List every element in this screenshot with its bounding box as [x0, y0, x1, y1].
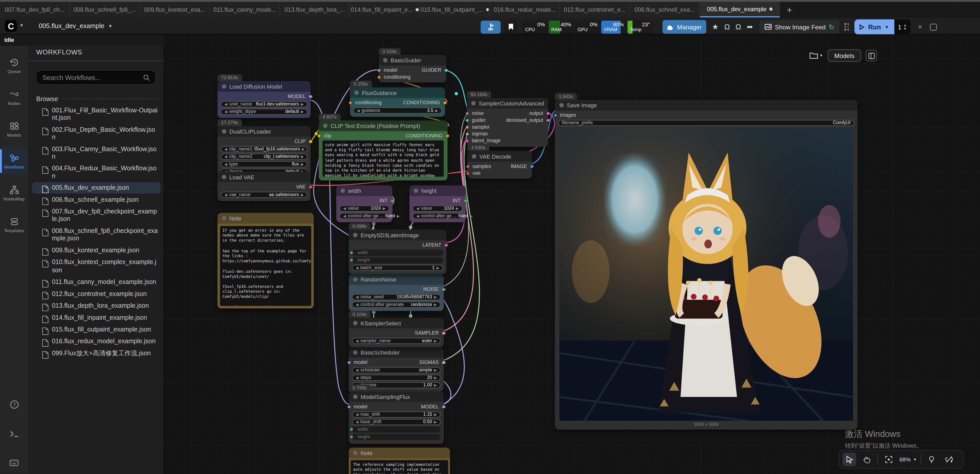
widget-base-shift[interactable]: ◀base_shift0.50▶	[352, 419, 441, 425]
chevron-down-icon[interactable]: ▼	[885, 25, 889, 29]
widget-batch-size[interactable]: ◀batch_size1▶	[352, 264, 443, 271]
widget-value[interactable]: ◀value1024▶	[412, 205, 463, 212]
tab-005-active[interactable]: 005.flux_dev_example	[700, 2, 780, 17]
batch-count-stepper[interactable]: 1 ▲▼	[894, 19, 910, 35]
bookmark-button[interactable]	[504, 20, 517, 33]
collapse-dot[interactable]	[222, 129, 226, 133]
tab-015[interactable]: 015.flux_fill_outpaint_...	[420, 2, 490, 17]
node-note[interactable]: Note If you get an error in any of the n…	[218, 213, 314, 309]
sidebar-item-workflows[interactable]: Workflows	[0, 147, 28, 175]
widget-type[interactable]: ◀typeflux▶	[221, 161, 307, 167]
height-input-port[interactable]	[350, 435, 353, 439]
tab-011[interactable]: 011.flux_canny_mode...	[210, 2, 280, 17]
note-text[interactable]: If you get an error in any of the nodes …	[220, 226, 311, 306]
widget-noise-seed[interactable]: ◀noise_seed19185458587763▶	[352, 294, 441, 300]
widget-clip-name1[interactable]: ◀clip_name1t5xxl_fp16.safetensors▶	[221, 146, 307, 152]
tab-016[interactable]: 016.flux_redux_mode...	[490, 2, 560, 17]
collapse-dot[interactable]	[353, 350, 358, 355]
clip-input-port[interactable]	[317, 134, 321, 137]
vae-input-port[interactable]	[466, 172, 469, 175]
model-input-port[interactable]	[347, 405, 350, 408]
terminal-button[interactable]	[0, 428, 28, 440]
collapse-dot[interactable]	[323, 124, 328, 128]
samples-input-port[interactable]	[466, 165, 469, 168]
tab-012[interactable]: 012.flux_controlnet_e...	[560, 2, 630, 17]
model-input-port[interactable]	[377, 68, 380, 72]
step-up-icon[interactable]: ▲	[903, 23, 907, 27]
widget-steps[interactable]: ◀steps20▶	[352, 374, 441, 381]
tab-013[interactable]: 013.flux_depth_lora_...	[280, 2, 350, 17]
workflow-list-item[interactable]: 004.Flux_Redux_Basic_Workflow.json	[32, 163, 161, 182]
output-port[interactable]	[546, 112, 550, 115]
node-load-diffusion-model[interactable]: 72.813s Load Diffusion Model MODEL ◀unet…	[218, 81, 311, 118]
model-output-port[interactable]	[309, 95, 312, 98]
widget-clip-name2[interactable]: ◀clip_name2clip_l.safetensors▶	[221, 153, 307, 160]
models-button[interactable]: Models	[827, 49, 861, 62]
workflow-list-item[interactable]: 007.flux_dev_fp8_checkpoint_example.json	[32, 206, 161, 225]
converted-input-width[interactable]: width	[352, 249, 443, 256]
resource-monitor-button[interactable]	[480, 20, 501, 33]
widget-control-after-generate[interactable]: ◀control after generaterandomize▶	[352, 301, 441, 308]
widget-weight-dtype[interactable]: ◀weight_dtypedefault▶	[221, 108, 307, 115]
model-input-port[interactable]	[347, 361, 350, 364]
toggle-theme-button[interactable]	[925, 453, 939, 466]
drag-handle[interactable]	[845, 23, 849, 30]
collapse-dot[interactable]	[222, 216, 226, 220]
search-input[interactable]	[36, 74, 143, 81]
collapse-dot[interactable]	[559, 103, 564, 107]
collapse-dot[interactable]	[414, 189, 418, 193]
arrow-left-icon[interactable]: ◀	[224, 102, 227, 106]
tab-006[interactable]: 006.flux_schnell_exa...	[630, 2, 700, 17]
arrow-right-icon[interactable]: ▶	[301, 102, 304, 106]
collapse-dot[interactable]	[340, 189, 345, 193]
zoom-level-dropdown[interactable]: 68%▼	[899, 457, 917, 463]
int-output-port[interactable]	[464, 199, 467, 202]
tab-009[interactable]: 009.flux_kontext_exa...	[140, 2, 210, 17]
sidebar-item-queue[interactable]: Queue	[0, 51, 28, 80]
star-icon[interactable]: ★	[712, 22, 718, 31]
sidebar-item-models[interactable]: Models	[0, 115, 28, 144]
node-save-image[interactable]: 1.543s Save Image images filename_prefix…	[555, 100, 858, 430]
workflow-list-item[interactable]: 008.flux_schnell_fp8_checkpoint_example.…	[32, 225, 161, 244]
widget-filename-prefix[interactable]: filename_prefixComfyUI	[558, 119, 854, 126]
manager-button[interactable]: Manager	[662, 20, 706, 34]
int-output-port[interactable]	[391, 199, 394, 202]
workflow-list-item[interactable]: 001.Flux_Fill_Basic_Workflow-Outpaint.js…	[32, 105, 161, 124]
conditioning-input-port[interactable]	[348, 101, 352, 104]
show-image-feed-button[interactable]: Show Image Feed ↻	[759, 20, 840, 34]
node-flux-guidance[interactable]: 0.155s FluxGuidance conditioningCONDITIO…	[350, 87, 445, 116]
workflow-folder-button[interactable]: ▼	[810, 52, 823, 59]
arrow-left-icon[interactable]: ◀	[224, 109, 227, 114]
sampler-output-port[interactable]	[442, 331, 445, 334]
vae-output-port[interactable]	[309, 185, 312, 189]
toggle-links-button[interactable]	[942, 453, 956, 466]
run-button[interactable]: Run ▼	[854, 19, 894, 35]
collapse-dot[interactable]	[353, 277, 358, 281]
node-ksampler-select[interactable]: 0.104s KSamplerSelect SAMPLER ◀sampler_n…	[349, 318, 444, 347]
workflow-list-item[interactable]: 013.flux_depth_lora_example.json	[32, 300, 161, 311]
sidebar-item-nodes[interactable]: Nodes	[0, 83, 28, 112]
widget-max-shift[interactable]: ◀max_shift1.15▶	[352, 411, 441, 418]
note-text[interactable]: The reference sampling implementation au…	[350, 460, 448, 474]
width-input-port[interactable]	[350, 428, 353, 431]
cancel-run-button[interactable]: ×	[918, 22, 922, 31]
collapse-dot[interactable]	[353, 233, 358, 237]
node-clip-text-encode[interactable]: 4.837s CLIP Text Encode (Positive Prompt…	[319, 120, 448, 181]
sidebar-item-nodesmap[interactable]: NodesMap	[0, 179, 28, 207]
denoised-output-port[interactable]	[546, 119, 550, 122]
noise-input-port[interactable]	[465, 112, 469, 115]
converted-input-width[interactable]: width	[352, 426, 441, 433]
workflow-list-item[interactable]: 014.flux_fill_inpaint_example.json	[32, 312, 161, 323]
collapse-dot[interactable]	[354, 90, 359, 95]
help-button[interactable]: ?	[0, 398, 28, 411]
node-empty-sd3-latent-image[interactable]: 0.098s EmptySD3LatentImage LATENT width …	[349, 230, 446, 274]
widget-value[interactable]: ◀value1024▶	[339, 205, 390, 212]
converted-input-height[interactable]: height	[352, 257, 443, 263]
comfyui-logo[interactable]: C	[5, 20, 17, 32]
workflow-name-dropdown[interactable]: 005.flux_dev_example▼	[39, 22, 113, 29]
shortcuts-button[interactable]	[0, 457, 28, 469]
workflow-list-item[interactable]: 011.flux_canny_model_example.json	[32, 276, 161, 288]
new-tab-button[interactable]: +	[780, 2, 799, 17]
latent-image-input-port[interactable]	[465, 139, 469, 143]
workflow-list-item[interactable]: 006.flux_schnell_example.json	[32, 194, 161, 206]
